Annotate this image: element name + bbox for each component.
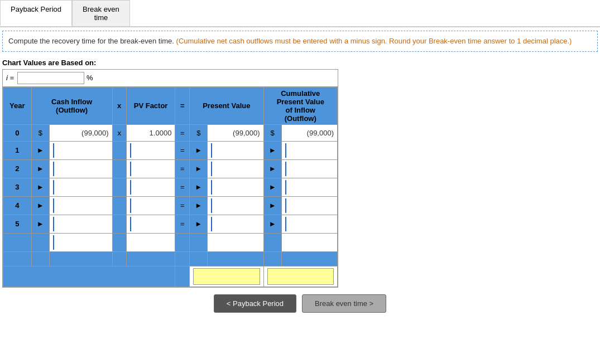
- present-input-3[interactable]: [208, 178, 263, 196]
- tab-payback-period[interactable]: Payback Period: [0, 0, 72, 26]
- sum-8: [208, 251, 263, 266]
- present-field-5[interactable]: [211, 217, 260, 231]
- cash-value-0: (99,000): [49, 124, 112, 141]
- cash-input-5[interactable]: [49, 215, 112, 233]
- back-button[interactable]: < Payback Period: [214, 294, 296, 313]
- sum-10: [281, 251, 337, 266]
- th-cash-inflow: Cash Inflow(Outflow): [31, 87, 112, 124]
- present-input-1[interactable]: [208, 141, 263, 159]
- table-row-4: 4 ► = ► ►: [3, 196, 338, 215]
- dollar-0-1: $: [31, 124, 49, 141]
- cash-field-3[interactable]: [53, 180, 109, 195]
- interest-rate-input[interactable]: [17, 72, 84, 84]
- table-row-extra: [3, 233, 338, 251]
- pv-field-1[interactable]: [130, 143, 172, 158]
- extra-field-2[interactable]: [53, 235, 109, 250]
- pv-input-2[interactable]: [126, 159, 175, 178]
- x-1: [112, 141, 126, 159]
- yellow-present-value-input[interactable]: [193, 268, 260, 285]
- pct-label: %: [87, 74, 93, 82]
- cumulative-input-3[interactable]: [281, 178, 337, 196]
- arrow-cum-1: ►: [263, 141, 281, 159]
- extra-1: [31, 233, 49, 251]
- interest-rate-row: i = %: [3, 70, 338, 87]
- tab-breakeven-time[interactable]: Break eventime: [72, 0, 130, 26]
- present-field-1[interactable]: [211, 143, 260, 158]
- arrow-cum-3: ►: [263, 178, 281, 196]
- th-present-value: Present Value: [190, 87, 263, 124]
- cumulative-input-5[interactable]: [281, 215, 337, 233]
- yellow-spacer: [3, 266, 175, 287]
- arrow-3: ►: [31, 178, 49, 196]
- eq-3: =: [175, 178, 190, 196]
- sum-5: [126, 251, 175, 266]
- eq-5: =: [175, 215, 190, 233]
- cumulative-field-2[interactable]: [285, 162, 334, 176]
- extra-5: [175, 233, 190, 251]
- tab-bar: Payback Period Break eventime: [0, 0, 600, 27]
- chart-table-wrapper: i = % Year Cash Inflow(Outflow) x PV Fac…: [2, 69, 338, 288]
- pv-field-5[interactable]: [130, 217, 172, 231]
- pv-input-4[interactable]: [126, 196, 175, 215]
- arrow-pv-5: ►: [190, 215, 208, 233]
- x-0: x: [112, 124, 126, 141]
- cash-field-1[interactable]: [53, 143, 109, 158]
- eq-2: =: [175, 159, 190, 178]
- cumulative-field-3[interactable]: [285, 180, 334, 195]
- i-label: i =: [6, 74, 14, 82]
- cumulative-input-1[interactable]: [281, 141, 337, 159]
- pv-field-3[interactable]: [130, 180, 172, 195]
- sum-7: [190, 251, 208, 266]
- cash-input-4[interactable]: [49, 196, 112, 215]
- cash-input-3[interactable]: [49, 178, 112, 196]
- arrow-5: ►: [31, 215, 49, 233]
- yellow-eq-spacer: [175, 266, 190, 287]
- arrow-cum-2: ►: [263, 159, 281, 178]
- extra-6: [190, 233, 208, 251]
- yellow-input-cell-pv[interactable]: [190, 266, 263, 287]
- nav-buttons: < Payback Period Break even time >: [2, 294, 598, 313]
- th-eq: =: [175, 87, 190, 124]
- pv-input-1[interactable]: [126, 141, 175, 159]
- cash-field-2[interactable]: [53, 162, 109, 176]
- next-button[interactable]: Break even time >: [302, 294, 386, 313]
- year-2: 2: [3, 159, 32, 178]
- chart-label: Chart Values are Based on:: [0, 55, 600, 69]
- pv-input-3[interactable]: [126, 178, 175, 196]
- arrow-cum-5: ►: [263, 215, 281, 233]
- table-row-5: 5 ► = ► ►: [3, 215, 338, 233]
- present-input-4[interactable]: [208, 196, 263, 215]
- yellow-cumulative-input[interactable]: [267, 268, 334, 285]
- extra-3: [112, 233, 126, 251]
- table-row-0: 0 $ (99,000) x 1.0000 = $ (99,000) $ (99…: [3, 124, 338, 141]
- cumulative-input-4[interactable]: [281, 196, 337, 215]
- present-input-5[interactable]: [208, 215, 263, 233]
- pv-input-5[interactable]: [126, 215, 175, 233]
- instruction-prefix: Compute the recovery time for the break-…: [8, 37, 176, 45]
- yellow-input-cell-cum[interactable]: [263, 266, 337, 287]
- cumulative-field-5[interactable]: [285, 217, 334, 231]
- arrow-1: ►: [31, 141, 49, 159]
- eq-0: =: [175, 124, 190, 141]
- dollar-0-2: $: [190, 124, 208, 141]
- cash-input-1[interactable]: [49, 141, 112, 159]
- pv-field-2[interactable]: [130, 162, 172, 176]
- present-field-3[interactable]: [211, 180, 260, 195]
- year-3: 3: [3, 178, 32, 196]
- cash-input-2[interactable]: [49, 159, 112, 178]
- cash-field-4[interactable]: [53, 198, 109, 213]
- sum-2: [31, 251, 49, 266]
- table-row-2: 2 ► = ► ►: [3, 159, 338, 178]
- pv-field-4[interactable]: [130, 198, 172, 213]
- sum-4: [112, 251, 126, 266]
- cumulative-field-1[interactable]: [285, 143, 334, 158]
- cumulative-field-4[interactable]: [285, 198, 334, 213]
- cash-field-5[interactable]: [53, 217, 109, 231]
- cumulative-input-2[interactable]: [281, 159, 337, 178]
- extra-2: [49, 233, 112, 251]
- present-field-2[interactable]: [211, 162, 260, 176]
- present-field-4[interactable]: [211, 198, 260, 213]
- year-0: 0: [3, 124, 32, 141]
- present-input-2[interactable]: [208, 159, 263, 178]
- x-5: [112, 215, 126, 233]
